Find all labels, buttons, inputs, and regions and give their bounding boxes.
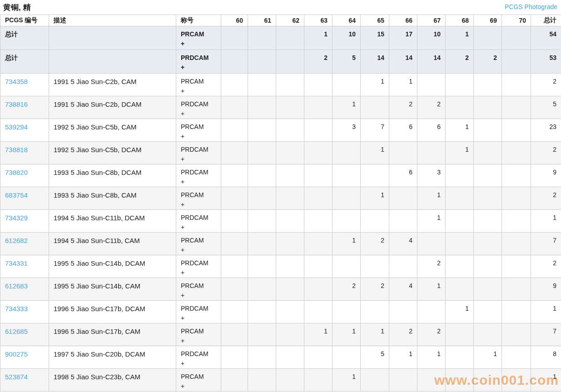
- grade-header-66: 66: [389, 15, 417, 26]
- grade-68-cell: [446, 233, 474, 255]
- grade-61-cell: [248, 210, 276, 233]
- pcgs-number-link[interactable]: 900275: [5, 350, 28, 358]
- table-row: 6126831995 5 Jiao Sun-C14b, CAMPRCAM+224…: [0, 278, 561, 301]
- grade-68-cell: 1: [446, 26, 474, 50]
- total-cell: 23: [531, 119, 561, 142]
- total-cell: 1: [531, 369, 561, 392]
- grade-69-cell: [474, 278, 502, 301]
- grade-63-cell: [304, 142, 333, 164]
- grade-62-cell: [276, 187, 304, 210]
- pcgs-number-link[interactable]: 523874: [5, 373, 28, 381]
- grade-60-cell: [221, 26, 248, 50]
- summary-row: 总计PRDCAM+251414142253: [0, 50, 561, 74]
- pcgs-number-link[interactable]: 734358: [5, 78, 28, 85]
- pcgs-number-link[interactable]: 734329: [5, 214, 28, 222]
- grade-66-cell: [389, 255, 417, 278]
- grade-66-cell: 1: [389, 346, 417, 369]
- designation-cell: PRDCAM+: [176, 164, 221, 187]
- table-row: 7388181992 5 Jiao Sun-C5b, DCAMPRDCAM+11…: [0, 142, 561, 164]
- table-row: 5392941992 5 Jiao Sun-C5b, CAMPRCAM+3766…: [0, 119, 561, 142]
- total-cell: 1: [531, 210, 561, 233]
- grade-65-cell: [361, 301, 389, 323]
- grade-63-cell: 2: [304, 50, 333, 74]
- grade-67-cell: 2: [417, 96, 446, 119]
- grade-64-cell: [333, 346, 361, 369]
- grade-67-cell: 1: [417, 210, 446, 233]
- grade-65-cell: [361, 255, 389, 278]
- grade-64-cell: [333, 210, 361, 233]
- grade-64-cell: 2: [333, 278, 361, 301]
- grade-69-cell: [474, 74, 502, 96]
- pcgs-number-link[interactable]: 734333: [5, 305, 28, 313]
- description-cell: 1996 5 Jiao Sun-C17b, CAM: [49, 323, 176, 346]
- grade-61-cell: [248, 119, 276, 142]
- grade-66-cell: 6: [389, 164, 417, 187]
- total-cell: 7: [531, 323, 561, 346]
- grade-67-cell: 1: [417, 278, 446, 301]
- grade-69-cell: 2: [474, 50, 502, 74]
- grade-68-cell: [446, 96, 474, 119]
- grade-62-cell: [276, 346, 304, 369]
- grade-61-cell: [248, 50, 276, 74]
- grade-69-cell: 1: [474, 346, 502, 369]
- pcgs-number-link[interactable]: 612682: [5, 237, 28, 244]
- description-cell: 1993 5 Jiao Sun-C8b, DCAM: [49, 164, 176, 187]
- grade-66-cell: 14: [389, 50, 417, 74]
- grade-66-cell: 2: [389, 323, 417, 346]
- pcgs-photograde-link[interactable]: PCGS Photograde: [505, 3, 557, 10]
- page-title: 黄铜, 精: [3, 3, 30, 12]
- grade-63-cell: [304, 301, 333, 323]
- pcgs-number-link[interactable]: 734331: [5, 259, 28, 267]
- grade-68-cell: 2: [446, 50, 474, 74]
- pcgs-number-cell: 523874: [0, 369, 49, 392]
- grade-64-cell: 1: [333, 96, 361, 119]
- grade-67-cell: 6: [417, 119, 446, 142]
- population-table: PCGS 编号 描述 称号 6061626364656667686970总计 总…: [0, 15, 561, 392]
- grade-69-cell: [474, 323, 502, 346]
- grade-65-cell: [361, 96, 389, 119]
- grade-63-cell: [304, 369, 333, 392]
- grade-67-cell: [417, 74, 446, 96]
- grade-60-cell: [221, 142, 248, 164]
- pcgs-number-cell: 734358: [0, 74, 49, 96]
- pcgs-number-link[interactable]: 738816: [5, 100, 28, 108]
- table-row: 6126851996 5 Jiao Sun-C17b, CAMPRCAM+111…: [0, 323, 561, 346]
- grade-61-cell: [248, 278, 276, 301]
- pcgs-number-link[interactable]: 738820: [5, 169, 28, 176]
- pcgs-number-link[interactable]: 683754: [5, 191, 28, 199]
- grade-63-cell: [304, 74, 333, 96]
- grade-60-cell: [221, 346, 248, 369]
- grade-62-cell: [276, 278, 304, 301]
- grade-61-cell: [248, 301, 276, 323]
- grade-66-cell: [389, 142, 417, 164]
- grade-64-cell: 3: [333, 119, 361, 142]
- grade-64-cell: [333, 255, 361, 278]
- grade-67-cell: [417, 369, 446, 392]
- grade-64-cell: [333, 142, 361, 164]
- grade-62-cell: [276, 255, 304, 278]
- grade-68-cell: [446, 74, 474, 96]
- grade-65-cell: 15: [361, 26, 389, 50]
- pcgs-number-link[interactable]: 612685: [5, 327, 28, 335]
- pcgs-number-link[interactable]: 539294: [5, 123, 28, 131]
- total-cell: 2: [531, 74, 561, 96]
- grade-60-cell: [221, 74, 248, 96]
- grade-60-cell: [221, 323, 248, 346]
- grade-61-cell: [248, 346, 276, 369]
- grade-64-cell: [333, 187, 361, 210]
- grade-62-cell: [276, 96, 304, 119]
- grade-69-cell: [474, 119, 502, 142]
- pcgs-number-link[interactable]: 612683: [5, 282, 28, 290]
- description-cell: 1991 5 Jiao Sun-C2b, DCAM: [49, 96, 176, 119]
- grade-69-cell: [474, 369, 502, 392]
- grade-61-cell: [248, 369, 276, 392]
- grade-69-cell: [474, 187, 502, 210]
- grade-70-cell: [502, 278, 531, 301]
- table-row: 7343291994 5 Jiao Sun-C11b, DCAMPRDCAM+1…: [0, 210, 561, 233]
- total-cell: 9: [531, 278, 561, 301]
- grade-69-cell: [474, 164, 502, 187]
- grade-65-cell: [361, 210, 389, 233]
- pcgs-number-link[interactable]: 738818: [5, 146, 28, 154]
- table-row: 7343311995 5 Jiao Sun-C14b, DCAMPRDCAM+2…: [0, 255, 561, 278]
- grade-70-cell: [502, 369, 531, 392]
